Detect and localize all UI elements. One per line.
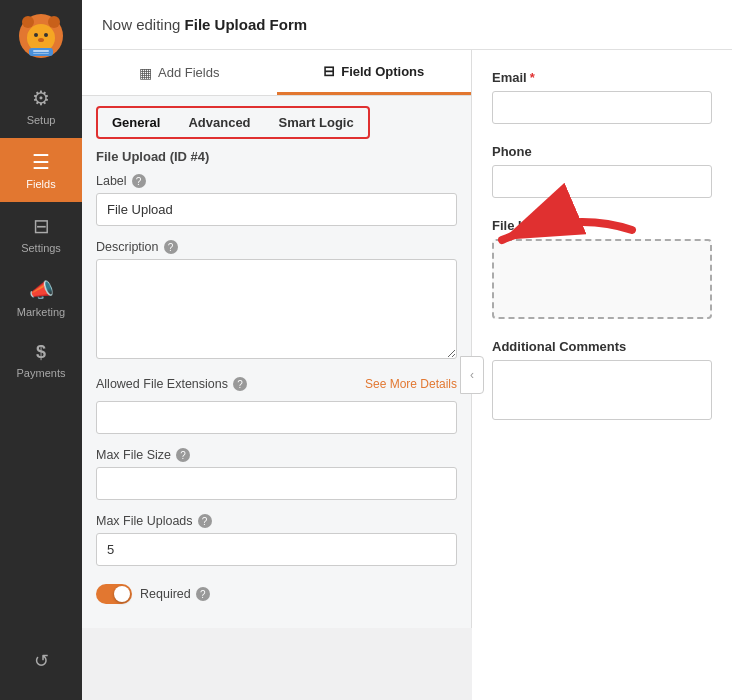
svg-point-1 — [22, 16, 34, 28]
preview-phone-input[interactable] — [492, 165, 712, 198]
preview-email-label: Email * — [492, 70, 712, 85]
payments-icon: $ — [36, 342, 46, 363]
description-field-row: Description ? — [96, 240, 457, 363]
required-field-row: Required ? — [96, 580, 457, 604]
preview-file-upload-label: File Upload * — [492, 218, 712, 233]
label-help-icon[interactable]: ? — [132, 174, 146, 188]
preview-file-upload-field: File Upload * — [492, 218, 712, 319]
svg-point-5 — [44, 33, 48, 37]
left-panel-wrapper: ▦ Add Fields ⊟ Field Options General — [82, 50, 472, 700]
sub-tabs-container: General Advanced Smart Logic — [82, 96, 471, 139]
svg-point-2 — [48, 16, 60, 28]
topbar-title: File Upload Form — [185, 16, 308, 33]
svg-rect-9 — [33, 53, 49, 54]
max-size-input[interactable] — [96, 467, 457, 500]
max-uploads-field-row: Max File Uploads ? — [96, 514, 457, 566]
max-uploads-input[interactable] — [96, 533, 457, 566]
marketing-icon: 📣 — [29, 278, 54, 302]
required-toggle[interactable] — [96, 584, 132, 604]
sidebar-item-settings-label: Settings — [21, 242, 61, 254]
sidebar-item-settings[interactable]: ⊟ Settings — [0, 202, 82, 266]
sidebar-logo — [15, 10, 67, 66]
preview-upload-area[interactable] — [492, 239, 712, 319]
main-content: Now editing File Upload Form ▦ Add Field… — [82, 0, 732, 700]
sidebar-item-payments-label: Payments — [17, 367, 66, 379]
label-field-row: Label ? — [96, 174, 457, 226]
description-textarea[interactable] — [96, 259, 457, 359]
sidebar-item-setup[interactable]: ⚙ Setup — [0, 74, 82, 138]
preview-comments-label: Additional Comments — [492, 339, 712, 354]
tab-add-fields-label: Add Fields — [158, 65, 219, 80]
sidebar-item-fields[interactable]: ☰ Fields — [0, 138, 82, 202]
history-icon: ↺ — [34, 650, 49, 672]
description-help-icon[interactable]: ? — [164, 240, 178, 254]
main-tabs: ▦ Add Fields ⊟ Field Options — [82, 50, 471, 96]
file-upload-required-star: * — [565, 218, 570, 233]
max-size-help-icon[interactable]: ? — [176, 448, 190, 462]
required-toggle-row: Required ? — [96, 580, 457, 604]
sub-tab-group: General Advanced Smart Logic — [96, 106, 370, 139]
tab-add-fields[interactable]: ▦ Add Fields — [82, 50, 277, 95]
sidebar-item-marketing[interactable]: 📣 Marketing — [0, 266, 82, 330]
sidebar-item-history[interactable]: ↺ — [28, 638, 55, 684]
see-more-details-link[interactable]: See More Details — [365, 377, 457, 391]
max-size-field-label: Max File Size ? — [96, 448, 457, 462]
required-help-icon[interactable]: ? — [196, 587, 210, 601]
settings-icon: ⊟ — [33, 214, 50, 238]
max-size-field-row: Max File Size ? — [96, 448, 457, 500]
sidebar-item-setup-label: Setup — [27, 114, 56, 126]
sidebar-item-payments[interactable]: $ Payments — [0, 330, 82, 391]
sidebar-item-marketing-label: Marketing — [17, 306, 65, 318]
extensions-label-row: Allowed File Extensions ? See More Detai… — [96, 377, 457, 391]
sub-tab-general-label: General — [112, 115, 160, 130]
svg-point-4 — [34, 33, 38, 37]
add-fields-tab-icon: ▦ — [139, 65, 152, 81]
preview-email-field: Email * — [492, 70, 712, 124]
left-panel: ▦ Add Fields ⊟ Field Options General — [82, 50, 472, 628]
sub-tab-general[interactable]: General — [98, 108, 174, 137]
sub-tab-advanced-label: Advanced — [188, 115, 250, 130]
preview-phone-label: Phone — [492, 144, 712, 159]
panel-collapse-handle[interactable]: ‹ — [460, 356, 484, 394]
right-panel: Email * Phone File Upload * — [472, 50, 732, 700]
extensions-field-row: Allowed File Extensions ? See More Detai… — [96, 377, 457, 434]
field-section: File Upload (ID #4) Label ? Description — [82, 139, 471, 628]
required-field-label: Required ? — [140, 587, 210, 601]
fields-icon: ☰ — [32, 150, 50, 174]
svg-rect-8 — [33, 50, 49, 52]
label-input[interactable] — [96, 193, 457, 226]
preview-comments-textarea[interactable] — [492, 360, 712, 420]
topbar-prefix: Now editing — [102, 16, 180, 33]
label-field-label: Label ? — [96, 174, 457, 188]
sub-tab-smart-logic[interactable]: Smart Logic — [265, 108, 368, 137]
sidebar-item-fields-label: Fields — [26, 178, 55, 190]
max-uploads-field-label: Max File Uploads ? — [96, 514, 457, 528]
sub-tab-smart-logic-label: Smart Logic — [279, 115, 354, 130]
extensions-input[interactable] — [96, 401, 457, 434]
max-uploads-help-icon[interactable]: ? — [198, 514, 212, 528]
sidebar: ⚙ Setup ☰ Fields ⊟ Settings 📣 Marketing … — [0, 0, 82, 700]
extensions-help-icon[interactable]: ? — [233, 377, 247, 391]
field-title: File Upload (ID #4) — [96, 149, 457, 164]
description-field-label: Description ? — [96, 240, 457, 254]
preview-comments-field: Additional Comments — [492, 339, 712, 424]
editor-area: ▦ Add Fields ⊟ Field Options General — [82, 50, 732, 700]
tab-field-options[interactable]: ⊟ Field Options — [277, 50, 472, 95]
preview-email-input[interactable] — [492, 91, 712, 124]
topbar: Now editing File Upload Form — [82, 0, 732, 50]
email-required-star: * — [530, 70, 535, 85]
tab-field-options-label: Field Options — [341, 64, 424, 79]
gear-icon: ⚙ — [32, 86, 50, 110]
field-options-tab-icon: ⊟ — [323, 63, 335, 79]
extensions-field-label: Allowed File Extensions ? — [96, 377, 247, 391]
preview-phone-field: Phone — [492, 144, 712, 198]
sub-tab-advanced[interactable]: Advanced — [174, 108, 264, 137]
svg-point-6 — [38, 38, 44, 42]
